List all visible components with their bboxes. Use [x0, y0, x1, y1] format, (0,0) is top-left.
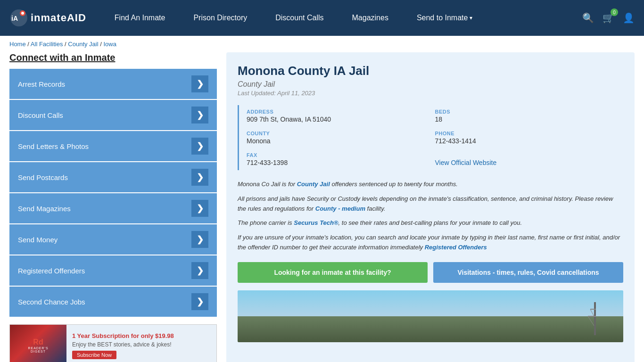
info-website: - View Official Website — [435, 148, 624, 170]
desc-paragraph-3: The phone carrier is Securus Tech®, to s… — [238, 218, 623, 228]
fax-label: FAX — [247, 152, 429, 158]
svg-point-3 — [21, 12, 24, 15]
sidebar-arrow-registered-offenders: ❯ — [191, 262, 208, 279]
registered-offenders-link[interactable]: Registered Offenders — [425, 244, 487, 251]
beds-value: 18 — [435, 115, 618, 123]
find-inmate-button[interactable]: Looking for an inmate at this facility? — [238, 262, 428, 283]
search-icon[interactable]: 🔍 — [582, 12, 594, 24]
action-buttons: Looking for an inmate at this facility? … — [238, 262, 623, 283]
breadcrumb: Home / All Facilities / County Jail / Io… — [0, 36, 644, 52]
tower-svg — [576, 300, 614, 342]
fax-value: 712-433-1398 — [247, 159, 429, 166]
svg-rect-4 — [594, 302, 596, 335]
sidebar-arrow-discount-calls: ❯ — [191, 107, 208, 123]
ad-desc: Enjoy the BEST stories, advice & jokes! — [72, 341, 174, 348]
breadcrumb-state[interactable]: Iowa — [103, 41, 116, 48]
facility-info-grid: ADDRESS 909 7th St, Onawa, IA 51040 BEDS… — [238, 105, 623, 170]
svg-line-8 — [588, 316, 594, 326]
beds-label: BEDS — [435, 109, 618, 115]
ad-thumbnail: Rd READER'SDIGEST — [10, 324, 66, 362]
securus-link[interactable]: Securus Tech® — [294, 219, 338, 226]
sidebar-arrow-arrest-records: ❯ — [191, 75, 208, 92]
ad-subscribe-button[interactable]: Subscribe Now — [72, 351, 116, 359]
svg-text:iA: iA — [11, 15, 18, 22]
sidebar-item-send-money[interactable]: Send Money ❯ — [9, 224, 217, 255]
nav-prison-directory[interactable]: Prison Directory — [179, 14, 261, 22]
header: iA inmateAID Find An Inmate Prison Direc… — [0, 0, 644, 36]
user-icon[interactable]: 👤 — [623, 12, 635, 24]
info-address: ADDRESS 909 7th St, Onawa, IA 51040 — [247, 105, 435, 127]
desc-paragraph-4: If you are unsure of your inmate's locat… — [238, 233, 623, 253]
logo-icon: iA — [9, 8, 28, 27]
sidebar-title: Connect with an Inmate — [9, 52, 217, 63]
ad-title: 1 Year Subscription for only $19.98 — [72, 332, 174, 339]
sidebar-arrow-second-chance-jobs: ❯ — [191, 293, 208, 310]
address-value: 909 7th St, Onawa, IA 51040 — [247, 115, 429, 123]
breadcrumb-all-facilities[interactable]: All Facilities — [31, 41, 63, 48]
sidebar-item-send-letters[interactable]: Send Letters & Photos ❯ — [9, 131, 217, 161]
desc-paragraph-1: Monona Co Jail is for County Jail offend… — [238, 180, 623, 189]
cart-icon[interactable]: 🛒 0 — [603, 12, 614, 24]
main-nav: Find An Inmate Prison Directory Discount… — [100, 14, 582, 22]
website-label-placeholder: - — [435, 152, 618, 158]
nav-discount-calls[interactable]: Discount Calls — [261, 14, 338, 22]
desc-paragraph-2: All prisons and jails have Security or C… — [238, 194, 623, 214]
sidebar-arrow-send-magazines: ❯ — [191, 200, 208, 217]
facility-last-updated: Last Updated: April 11, 2023 — [238, 90, 623, 97]
sidebar-arrow-send-money: ❯ — [191, 231, 208, 248]
sidebar-arrow-send-postcards: ❯ — [191, 169, 208, 186]
svg-line-7 — [590, 309, 594, 316]
sidebar-item-arrest-records[interactable]: Arrest Records ❯ — [9, 69, 217, 99]
photo-overlay — [238, 290, 623, 342]
breadcrumb-county-jail[interactable]: County Jail — [68, 41, 98, 48]
county-label: COUNTY — [247, 131, 429, 136]
sidebar-item-discount-calls[interactable]: Discount Calls ❯ — [9, 100, 217, 130]
main-content: Connect with an Inmate Arrest Records ❯ … — [0, 52, 644, 362]
info-county: COUNTY Monona — [247, 127, 435, 148]
nav-send-to-inmate[interactable]: Send to Inmate ▾ — [403, 14, 487, 22]
nav-magazines[interactable]: Magazines — [338, 14, 403, 22]
logo-text: inmateAID — [31, 12, 86, 24]
cart-badge: 0 — [611, 8, 618, 16]
official-website-link[interactable]: View Official Website — [435, 159, 497, 166]
county-value: Monona — [247, 137, 429, 145]
header-icons: 🔍 🛒 0 👤 — [582, 12, 635, 24]
sidebar-item-send-magazines[interactable]: Send Magazines ❯ — [9, 193, 217, 223]
ad-text-area: 1 Year Subscription for only $19.98 Enjo… — [66, 329, 180, 362]
sidebar-item-send-postcards[interactable]: Send Postcards ❯ — [9, 162, 217, 192]
info-phone: PHONE 712-433-1414 — [435, 127, 624, 148]
breadcrumb-home[interactable]: Home — [9, 41, 26, 48]
sidebar-menu: Arrest Records ❯ Discount Calls ❯ Send L… — [9, 69, 217, 317]
sidebar-item-registered-offenders[interactable]: Registered Offenders ❯ — [9, 255, 217, 286]
facility-name: Monona County IA Jail — [238, 64, 623, 78]
county-jail-link-1[interactable]: County Jail — [297, 181, 330, 188]
facility-description: Monona Co Jail is for County Jail offend… — [238, 180, 623, 253]
facility-photo — [238, 290, 623, 342]
ad-banner[interactable]: Rd READER'SDIGEST 1 Year Subscription fo… — [9, 324, 217, 362]
sidebar-arrow-send-letters: ❯ — [191, 138, 208, 155]
phone-label: PHONE — [435, 131, 618, 136]
logo[interactable]: iA inmateAID — [9, 8, 86, 27]
info-fax: FAX 712-433-1398 — [247, 148, 435, 170]
address-label: ADDRESS — [247, 109, 429, 115]
phone-value: 712-433-1414 — [435, 137, 618, 145]
facility-type: County Jail — [238, 80, 623, 89]
info-beds: BEDS 18 — [435, 105, 624, 127]
sidebar: Connect with an Inmate Arrest Records ❯ … — [9, 52, 217, 362]
facility-panel: Monona County IA Jail County Jail Last U… — [226, 52, 635, 362]
sidebar-item-second-chance-jobs[interactable]: Second Chance Jobs ❯ — [9, 287, 217, 317]
visitations-button[interactable]: Visitations - times, rules, Covid cancel… — [433, 262, 623, 283]
nav-find-inmate[interactable]: Find An Inmate — [100, 14, 180, 22]
county-medium-link[interactable]: County - medium — [315, 205, 365, 212]
send-dropdown-arrow: ▾ — [470, 15, 472, 21]
